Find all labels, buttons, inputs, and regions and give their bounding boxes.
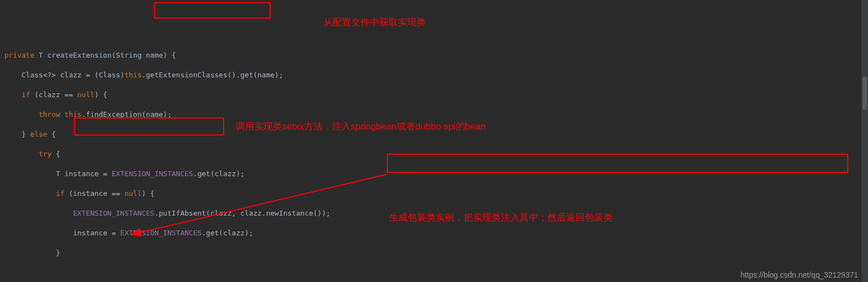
code-editor[interactable]: private T createExtension(String name) {… — [0, 40, 868, 282]
code-line: if (instance == null) { — [4, 189, 864, 199]
code-line: Class<?> clazz = (Class)this.getExtensio… — [4, 70, 864, 80]
code-line — [4, 268, 864, 278]
code-line: instance = EXTENSION_INSTANCES.get(clazz… — [4, 228, 864, 238]
code-line: if (clazz == null) { — [4, 90, 864, 100]
annotation-3: 生成包装类实例，把实现类注入其中；然后返回包装类 — [389, 213, 613, 223]
code-line: throw this.findException(name); — [4, 110, 864, 120]
vertical-scrollbar[interactable] — [861, 0, 868, 282]
code-line: try { — [4, 149, 864, 159]
highlight-box-1 — [154, 2, 271, 19]
annotation-1: 从配置文件中获取实现类 — [323, 18, 426, 27]
code-line: } — [4, 248, 864, 258]
code-line: private T createExtension(String name) { — [4, 50, 864, 60]
watermark: https://blog.csdn.net/qq_32129371 — [740, 270, 858, 280]
scrollbar-thumb[interactable] — [863, 77, 867, 110]
annotation-2: 调用实现类setxx方法，注入springbean或者dubbo spi的bea… — [236, 122, 486, 132]
code-line: T instance = EXTENSION_INSTANCES.get(cla… — [4, 169, 864, 179]
